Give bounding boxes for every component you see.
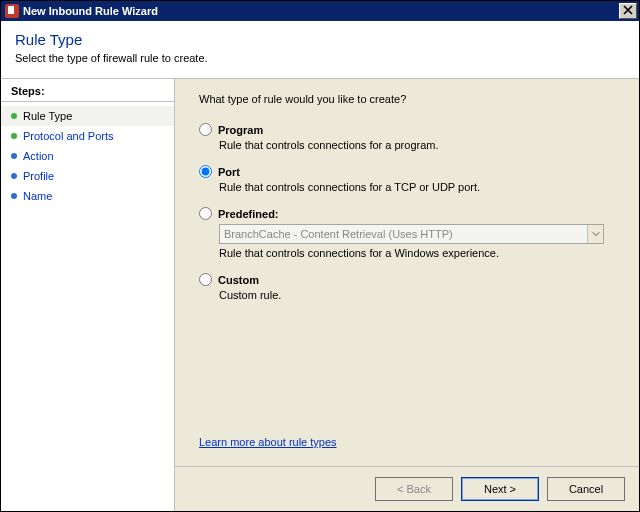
radio-predefined[interactable] bbox=[199, 207, 212, 220]
next-button[interactable]: Next > bbox=[461, 477, 539, 501]
option-desc: Custom rule. bbox=[219, 289, 619, 301]
dropdown-value: BranchCache - Content Retrieval (Uses HT… bbox=[224, 228, 453, 240]
step-label: Profile bbox=[23, 170, 54, 182]
option-label: Predefined: bbox=[218, 208, 279, 220]
radio-port[interactable] bbox=[199, 165, 212, 178]
predefined-dropdown[interactable]: BranchCache - Content Retrieval (Uses HT… bbox=[219, 224, 604, 244]
steps-sidebar: Steps: Rule Type Protocol and Ports Acti… bbox=[1, 79, 175, 511]
body: Steps: Rule Type Protocol and Ports Acti… bbox=[1, 79, 639, 511]
step-label: Rule Type bbox=[23, 110, 72, 122]
close-button[interactable] bbox=[619, 3, 637, 19]
bullet-icon bbox=[11, 173, 17, 179]
step-name[interactable]: Name bbox=[1, 186, 174, 206]
close-icon bbox=[623, 4, 633, 18]
step-profile[interactable]: Profile bbox=[1, 166, 174, 186]
step-rule-type[interactable]: Rule Type bbox=[1, 106, 174, 126]
page-subtitle: Select the type of firewall rule to crea… bbox=[15, 52, 625, 64]
page-title: Rule Type bbox=[15, 31, 625, 48]
learn-more: Learn more about rule types bbox=[199, 436, 619, 448]
titlebar-left: New Inbound Rule Wizard bbox=[5, 4, 158, 18]
bullet-icon bbox=[11, 153, 17, 159]
chevron-down-icon bbox=[587, 225, 603, 243]
option-custom: Custom Custom rule. bbox=[199, 273, 619, 301]
titlebar: New Inbound Rule Wizard bbox=[1, 1, 639, 21]
bullet-icon bbox=[11, 133, 17, 139]
wizard-window: New Inbound Rule Wizard Rule Type Select… bbox=[0, 0, 640, 512]
step-label: Action bbox=[23, 150, 54, 162]
step-label: Name bbox=[23, 190, 52, 202]
step-protocol-and-ports[interactable]: Protocol and Ports bbox=[1, 126, 174, 146]
option-desc: Rule that controls connections for a pro… bbox=[219, 139, 619, 151]
step-action[interactable]: Action bbox=[1, 146, 174, 166]
option-desc: Rule that controls connections for a Win… bbox=[219, 247, 619, 259]
learn-more-link[interactable]: Learn more about rule types bbox=[199, 436, 337, 448]
footer: < Back Next > Cancel bbox=[175, 466, 639, 511]
window-title: New Inbound Rule Wizard bbox=[23, 5, 158, 17]
bullet-icon bbox=[11, 193, 17, 199]
main-panel: What type of rule would you like to crea… bbox=[175, 79, 639, 511]
firewall-icon bbox=[5, 4, 19, 18]
option-predefined: Predefined: BranchCache - Content Retrie… bbox=[199, 207, 619, 259]
step-label: Protocol and Ports bbox=[23, 130, 114, 142]
header: Rule Type Select the type of firewall ru… bbox=[1, 21, 639, 79]
radio-program[interactable] bbox=[199, 123, 212, 136]
option-label: Program bbox=[218, 124, 263, 136]
option-program: Program Rule that controls connections f… bbox=[199, 123, 619, 151]
prompt-text: What type of rule would you like to crea… bbox=[199, 93, 619, 105]
radio-custom[interactable] bbox=[199, 273, 212, 286]
option-port: Port Rule that controls connections for … bbox=[199, 165, 619, 193]
cancel-button[interactable]: Cancel bbox=[547, 477, 625, 501]
steps-title: Steps: bbox=[1, 79, 174, 102]
option-label: Custom bbox=[218, 274, 259, 286]
option-desc: Rule that controls connections for a TCP… bbox=[219, 181, 619, 193]
steps-list: Rule Type Protocol and Ports Action Prof… bbox=[1, 102, 174, 210]
back-button[interactable]: < Back bbox=[375, 477, 453, 501]
bullet-icon bbox=[11, 113, 17, 119]
option-label: Port bbox=[218, 166, 240, 178]
